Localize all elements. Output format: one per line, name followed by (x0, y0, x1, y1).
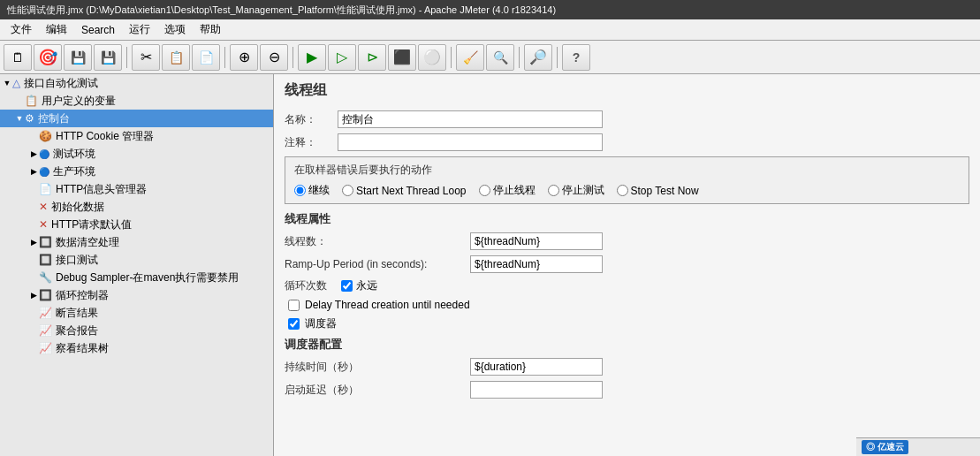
icon-init-data: ✕ (39, 201, 48, 213)
tree-label-view-results: 察看结果树 (56, 341, 109, 356)
tree-label-api-test: 接口测试 (56, 253, 98, 268)
forever-checkbox[interactable] (341, 280, 353, 292)
shutdown-button[interactable]: ⚪ (418, 44, 446, 71)
menu-bar: 文件 编辑 Search 运行 选项 帮助 (0, 19, 980, 41)
icon-controller: ⚙ (25, 112, 34, 125)
loop-count-label: 循环次数 (285, 278, 327, 293)
scheduler-label: 调度器 (305, 316, 337, 331)
copy-button[interactable]: 📋 (162, 44, 190, 71)
tree-item-aggregate[interactable]: 📈 聚合报告 (0, 322, 273, 339)
status-logo: ◎ 亿速云 (862, 440, 908, 454)
toolbar-sep-5 (519, 47, 520, 68)
icon-user-vars: 📋 (25, 95, 38, 107)
toolbar-sep-6 (557, 47, 558, 68)
menu-edit[interactable]: 编辑 (39, 20, 74, 39)
error-action-section: 在取样器错误后要执行的动作 继续 Start Next Thread Loop … (285, 156, 969, 204)
radio-stop-test[interactable]: 停止测试 (548, 183, 604, 198)
open-button[interactable]: 🎯 (34, 44, 62, 71)
tree-label-http-header: HTTP信息头管理器 (56, 182, 147, 197)
new-button[interactable]: 🗒 (4, 44, 32, 71)
tree-label-root: 接口自动化测试 (24, 76, 98, 91)
tree-item-assert-result[interactable]: 📈 断言结果 (0, 304, 273, 322)
radio-stop-thread-label: 停止线程 (493, 183, 536, 198)
save2-button[interactable]: 💾 (94, 44, 122, 71)
delay-thread-row: Delay Thread creation until needed (285, 299, 969, 311)
tree-item-view-results[interactable]: 📈 察看结果树 (0, 339, 273, 357)
expand-button[interactable]: ⊕ (230, 44, 258, 71)
menu-options[interactable]: 选项 (157, 20, 193, 39)
forever-checkbox-label[interactable]: 永远 (341, 278, 377, 293)
search-button[interactable]: 🔎 (524, 44, 552, 71)
menu-search[interactable]: Search (74, 22, 122, 38)
scheduler-checkbox[interactable] (288, 318, 300, 330)
start-remote-button[interactable]: ⊳ (358, 44, 386, 71)
ramp-up-row: Ramp-Up Period (in seconds): (285, 255, 969, 273)
left-panel: ▼ △ 接口自动化测试 📋 用户定义的变量 ▼ ⚙ 控制台 🍪 HTTP Coo… (0, 74, 274, 456)
paste-button[interactable]: 📄 (192, 44, 220, 71)
tree-item-prod-env[interactable]: ▶ 🔵 生产环境 (0, 163, 273, 180)
start-no-pause-button[interactable]: ▷ (328, 44, 356, 71)
radio-stop-test-label: 停止测试 (562, 183, 604, 198)
start-delay-row: 启动延迟（秒） (285, 381, 969, 399)
menu-help[interactable]: 帮助 (193, 20, 228, 39)
delay-thread-label: Delay Thread creation until needed (305, 299, 470, 311)
tree-item-test-env[interactable]: ▶ 🔵 测试环境 (0, 145, 273, 163)
radio-next-thread-label: Start Next Thread Loop (356, 185, 467, 197)
tree-item-data-clear[interactable]: ▶ 🔲 数据清空处理 (0, 233, 273, 251)
ramp-up-input[interactable] (470, 255, 603, 273)
help-button[interactable]: ? (562, 44, 590, 71)
radio-continue-input[interactable] (294, 185, 306, 196)
icon-http-default: ✕ (39, 218, 48, 231)
arrow-loop-ctrl: ▶ (28, 291, 39, 300)
error-action-title: 在取样器错误后要执行的动作 (294, 163, 960, 178)
loop-count-row: 循环次数 永远 (285, 278, 969, 293)
duration-input[interactable] (470, 358, 603, 376)
tree-item-http-header[interactable]: 📄 HTTP信息头管理器 (0, 180, 273, 198)
tree-item-user-vars[interactable]: 📋 用户定义的变量 (0, 92, 273, 110)
right-panel: 线程组 名称： 注释： 在取样器错误后要执行的动作 继续 Start Next … (274, 74, 980, 456)
stop-button[interactable]: ⬛ (388, 44, 416, 71)
delay-thread-checkbox[interactable] (288, 300, 300, 311)
arrow-test-env: ▶ (28, 149, 39, 158)
clear-button[interactable]: 🧹 (456, 44, 484, 71)
tree-label-aggregate: 聚合报告 (56, 323, 98, 338)
radio-next-thread[interactable]: Start Next Thread Loop (342, 185, 467, 197)
tree-label-user-vars: 用户定义的变量 (42, 94, 116, 109)
cut-button[interactable]: ✂ (132, 44, 160, 71)
tree-item-cookie-mgr[interactable]: 🍪 HTTP Cookie 管理器 (0, 127, 273, 145)
menu-run[interactable]: 运行 (122, 20, 157, 39)
arrow-prod-env: ▶ (28, 167, 39, 176)
tree-item-root[interactable]: ▼ △ 接口自动化测试 (0, 74, 273, 92)
icon-cookie-mgr: 🍪 (39, 130, 52, 142)
name-label: 名称： (285, 112, 338, 127)
radio-stop-thread[interactable]: 停止线程 (479, 183, 536, 198)
menu-file[interactable]: 文件 (4, 20, 39, 39)
thread-count-input[interactable] (470, 232, 603, 250)
thread-count-label: 线程数： (285, 234, 470, 249)
radio-next-thread-input[interactable] (342, 185, 353, 196)
radio-continue[interactable]: 继续 (294, 183, 330, 198)
start-delay-input[interactable] (470, 381, 603, 399)
scheduler-section-title: 调度器配置 (285, 337, 969, 353)
radio-stop-test-now[interactable]: Stop Test Now (617, 185, 699, 197)
icon-test-env: 🔵 (39, 149, 49, 159)
tree-item-loop-ctrl[interactable]: ▶ 🔲 循环控制器 (0, 286, 273, 304)
status-bar: ◎ 亿速云 (856, 437, 980, 456)
name-input[interactable] (338, 110, 603, 128)
tree-item-init-data[interactable]: ✕ 初始化数据 (0, 198, 273, 216)
tree-item-debug-sampler[interactable]: 🔧 Debug Sampler-在maven执行需要禁用 (0, 269, 273, 286)
comment-input[interactable] (338, 133, 603, 151)
tree-item-http-default[interactable]: ✕ HTTP请求默认值 (0, 216, 273, 233)
collapse-button[interactable]: ⊖ (260, 44, 288, 71)
save-button[interactable]: 💾 (64, 44, 92, 71)
radio-stop-test-input[interactable] (548, 185, 559, 196)
tree-item-api-test[interactable]: 🔲 接口测试 (0, 251, 273, 269)
start-button[interactable]: ▶ (298, 44, 326, 71)
toolbar-sep-4 (451, 47, 452, 68)
tree-label-http-default: HTTP请求默认值 (51, 217, 132, 232)
radio-stop-test-now-input[interactable] (617, 185, 628, 196)
radio-stop-thread-input[interactable] (479, 185, 490, 196)
tree-item-controller[interactable]: ▼ ⚙ 控制台 (0, 110, 273, 127)
clear-all-button[interactable]: 🔍 (486, 44, 514, 71)
icon-prod-env: 🔵 (39, 167, 49, 177)
